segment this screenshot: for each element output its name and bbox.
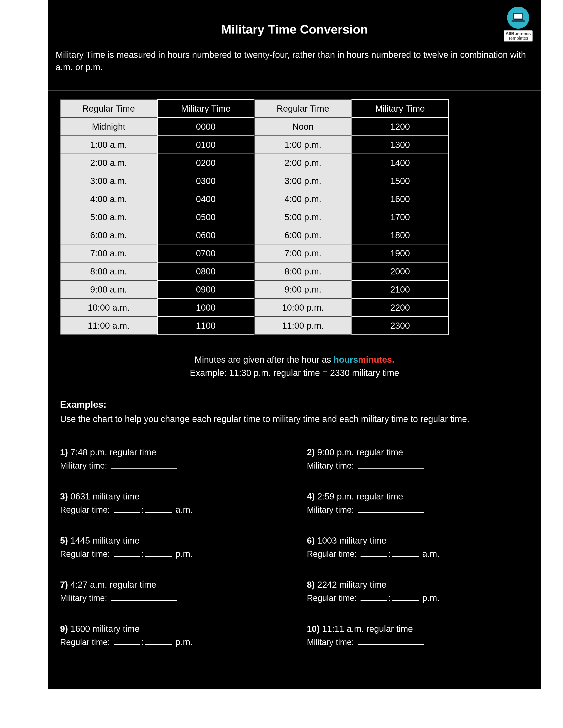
answer-blank[interactable] [111, 468, 177, 469]
right-reg-row: 3:00 p.m. [254, 172, 351, 190]
document-page: AllBusiness Templates Military Time Conv… [48, 0, 541, 689]
right-mil-row: 1800 [352, 226, 448, 244]
example-item: 1) 7:48 p.m. regular time Military time: [48, 446, 295, 490]
watermark-badge: AllBusiness Templates [504, 7, 533, 41]
example-number: 3) [60, 492, 68, 501]
answer-suffix: a.m. [175, 505, 193, 514]
answer-blank[interactable] [145, 556, 172, 557]
note-example: Example: 11:30 p.m. regular time = 2330 … [190, 368, 399, 378]
answer-blank[interactable] [361, 556, 387, 557]
example-question: 1003 military time [317, 536, 386, 545]
example-number: 1) [60, 447, 68, 457]
answer-label: Military time: [307, 638, 356, 647]
left-mil-row: 0300 [157, 172, 254, 190]
examples-instruction: Use the chart to help you change each re… [60, 413, 528, 425]
answer-blank[interactable] [111, 600, 177, 601]
left-reg-row: 8:00 a.m. [60, 262, 157, 280]
left-mil-row: 0100 [157, 136, 254, 154]
examples-grid: 1) 7:48 p.m. regular time Military time:… [48, 446, 541, 666]
answer-blank[interactable] [361, 600, 387, 601]
left-regular-column: Regular Time Midnight 1:00 a.m. 2:00 a.m… [60, 99, 157, 335]
answer-label: Military time: [307, 505, 356, 514]
right-mil-row: 1500 [352, 172, 448, 190]
example-number: 5) [60, 536, 68, 545]
left-reg-row: 3:00 a.m. [60, 172, 157, 190]
answer-label: Regular time: [60, 505, 112, 514]
right-reg-row: 1:00 p.m. [254, 136, 351, 154]
left-mil-row: 0900 [157, 280, 254, 298]
right-mil-row: 1900 [352, 244, 448, 262]
right-mil-row: 2300 [352, 317, 448, 335]
left-reg-row: 1:00 a.m. [60, 136, 157, 154]
right-reg-row: 10:00 p.m. [254, 298, 351, 317]
right-mil-row: 2000 [352, 262, 448, 280]
answer-blank[interactable] [145, 644, 172, 645]
left-mil-row: 0200 [157, 154, 254, 172]
example-item: 8) 2242 military time Regular time: : p.… [295, 578, 541, 622]
note-prefix: Minutes are given after the hour as [195, 355, 334, 364]
left-reg-row: 11:00 a.m. [60, 317, 157, 335]
intro-box: Military Time is measured in hours numbe… [48, 42, 541, 90]
answer-label: Military time: [60, 461, 109, 470]
answer-blank[interactable] [392, 556, 419, 557]
answer-label: Regular time: [60, 549, 112, 559]
left-mil-row: 0600 [157, 226, 254, 244]
right-reg-row: 11:00 p.m. [254, 317, 351, 335]
right-reg-row: 8:00 p.m. [254, 262, 351, 280]
answer-suffix: a.m. [422, 549, 440, 559]
right-regular-header: Regular Time [254, 99, 351, 118]
right-reg-row: 9:00 p.m. [254, 280, 351, 298]
answer-blank[interactable] [114, 512, 140, 513]
answer-blank[interactable] [392, 600, 419, 601]
right-mil-row: 1600 [352, 190, 448, 208]
example-item: 2) 9:00 p.m. regular time Military time: [295, 446, 541, 490]
example-question: 11:11 a.m. regular time [322, 624, 413, 634]
left-reg-row: 7:00 a.m. [60, 244, 157, 262]
answer-label: Military time: [60, 593, 109, 603]
left-mil-row: 0000 [157, 118, 254, 136]
right-military-column: Military Time 1200 1300 1400 1500 1600 1… [352, 99, 449, 335]
example-number: 8) [307, 580, 315, 589]
example-number: 7) [60, 580, 68, 589]
right-reg-row: 4:00 p.m. [254, 190, 351, 208]
right-military-header: Military Time [352, 99, 448, 118]
example-item: 3) 0631 military time Regular time: : a.… [48, 490, 295, 534]
answer-blank[interactable] [145, 512, 172, 513]
example-number: 4) [307, 492, 315, 501]
example-question: 4:27 a.m. regular time [70, 580, 156, 589]
example-number: 9) [60, 624, 68, 634]
right-reg-row: Noon [254, 118, 351, 136]
answer-blank[interactable] [114, 644, 140, 645]
watermark-text: AllBusiness Templates [504, 30, 533, 41]
answer-blank[interactable] [114, 556, 140, 557]
example-item: 10) 11:11 a.m. regular time Military tim… [295, 622, 541, 666]
svg-rect-1 [514, 14, 522, 19]
conversion-tables: Regular Time Midnight 1:00 a.m. 2:00 a.m… [48, 99, 541, 335]
hours-highlight: hours [334, 355, 358, 364]
answer-suffix: p.m. [175, 637, 193, 647]
svg-rect-2 [512, 20, 525, 22]
answer-label: Regular time: [307, 549, 359, 559]
answer-blank[interactable] [358, 468, 424, 469]
example-question: 1445 military time [70, 536, 139, 545]
answer-blank[interactable] [358, 512, 424, 513]
example-question: 2:59 p.m. regular time [317, 492, 403, 501]
example-number: 10) [307, 624, 320, 634]
left-mil-row: 0700 [157, 244, 254, 262]
answer-suffix: p.m. [422, 593, 440, 603]
right-mil-row: 1700 [352, 208, 448, 226]
left-reg-row: 6:00 a.m. [60, 226, 157, 244]
example-question: 1600 military time [70, 624, 139, 634]
right-mil-row: 1400 [352, 154, 448, 172]
example-number: 6) [307, 536, 315, 545]
right-reg-row: 6:00 p.m. [254, 226, 351, 244]
example-question: 7:48 p.m. regular time [70, 447, 156, 457]
left-reg-row: 2:00 a.m. [60, 154, 157, 172]
answer-blank[interactable] [358, 644, 424, 645]
example-question: 9:00 p.m. regular time [317, 447, 403, 457]
example-item: 4) 2:59 p.m. regular time Military time: [295, 490, 541, 534]
minutes-highlight: minutes. [358, 355, 394, 364]
right-reg-row: 7:00 p.m. [254, 244, 351, 262]
laptop-icon [507, 7, 529, 29]
left-reg-row: 4:00 a.m. [60, 190, 157, 208]
